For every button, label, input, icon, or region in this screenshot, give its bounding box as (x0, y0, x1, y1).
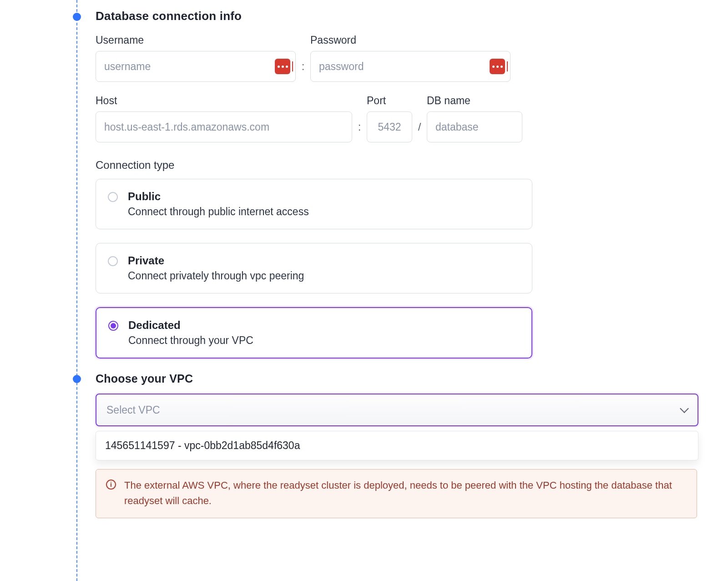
radio-title: Public (128, 190, 309, 203)
section-title-vpc: Choose your VPC (96, 372, 728, 385)
cred-separator: . : (296, 34, 310, 82)
radio-title: Dedicated (128, 319, 253, 332)
password-field: Password (310, 34, 511, 82)
vpc-select-placeholder: Select VPC (106, 404, 160, 416)
radio-icon (108, 192, 118, 202)
connection-type-public[interactable]: Public Connect through public internet a… (96, 179, 532, 229)
connection-type-dedicated[interactable]: Dedicated Connect through your VPC (96, 307, 532, 359)
connection-type-label: Connection type (96, 159, 728, 172)
vpc-select[interactable]: Select VPC (96, 394, 698, 426)
dbname-input[interactable] (427, 111, 522, 142)
alert-message: The external AWS VPC, where the readyset… (124, 478, 687, 509)
credentials-row: Username . : Password (96, 34, 728, 82)
radio-icon (108, 321, 118, 331)
port-db-separator: . / (412, 95, 427, 142)
username-label: Username (96, 34, 296, 46)
password-label: Password (310, 34, 511, 46)
port-label: Port (367, 95, 412, 107)
vpc-option[interactable]: 145651141597 - vpc-0bb2d1ab85d4f630a (105, 440, 689, 452)
dbname-label: DB name (427, 95, 522, 107)
password-input[interactable] (310, 51, 511, 82)
username-field: Username (96, 34, 296, 82)
info-icon: i (106, 480, 116, 490)
connection-string-row: Host . : Port . / DB name (96, 95, 728, 142)
radio-icon (108, 256, 118, 266)
connection-type-private[interactable]: Private Connect privately through vpc pe… (96, 243, 532, 293)
radio-desc: Connect privately through vpc peering (128, 270, 304, 282)
dbname-field: DB name (427, 95, 522, 142)
port-field: Port (367, 95, 412, 142)
radio-desc: Connect through public internet access (128, 206, 309, 218)
host-field: Host (96, 95, 352, 142)
password-manager-icon[interactable] (490, 59, 505, 74)
host-input[interactable] (96, 111, 352, 142)
radio-desc: Connect through your VPC (128, 334, 253, 347)
port-input[interactable] (367, 111, 412, 142)
timeline-dot (73, 13, 81, 21)
vpc-dropdown: 145651141597 - vpc-0bb2d1ab85d4f630a (96, 431, 698, 460)
chevron-down-icon (680, 404, 689, 413)
username-input[interactable] (96, 51, 296, 82)
host-port-separator: . : (352, 95, 367, 142)
step-choose-vpc: Choose your VPC Select VPC 145651141597 … (0, 372, 728, 518)
vpc-peering-alert: i The external AWS VPC, where the readys… (96, 469, 697, 518)
password-manager-icon[interactable] (275, 59, 290, 74)
section-title-db: Database connection info (96, 9, 728, 23)
step-db-connection: Database connection info Username . : Pa… (0, 9, 728, 359)
radio-title: Private (128, 254, 304, 267)
host-label: Host (96, 95, 352, 107)
timeline-dot (73, 375, 81, 383)
